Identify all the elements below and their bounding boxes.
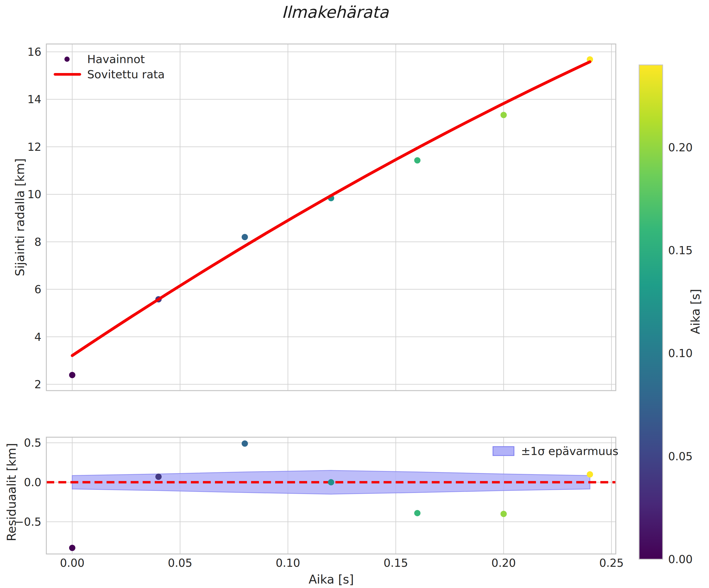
- residual-y-tick-label: −0.5: [15, 515, 42, 528]
- main-y-tick-label: 6: [34, 283, 42, 296]
- x-tick-label: 0.20: [492, 557, 516, 569]
- main-y-tick-label: 2: [34, 378, 42, 391]
- residual-data-point: [414, 510, 420, 516]
- fitted-trajectory-line: [72, 62, 590, 355]
- colorbar-tick-label: 0.20: [668, 141, 693, 154]
- legend-fit-label: Sovitettu rata: [87, 67, 165, 82]
- colorbar-tick-label: 0.00: [668, 553, 693, 566]
- colorbar-tick-label: 0.05: [668, 450, 693, 463]
- residual-data-point: [328, 479, 334, 485]
- legend-band-label: ±1σ epävarmuus: [521, 444, 619, 459]
- residual-data-point: [587, 471, 593, 478]
- residual-data-point: [155, 474, 161, 480]
- x-tick-label: 0.05: [168, 557, 192, 569]
- main-y-tick-label: 4: [34, 331, 42, 344]
- colorbar-tick-label: 0.10: [668, 347, 693, 360]
- x-tick-label: 0.10: [276, 557, 300, 569]
- legend-markers-layer: [55, 57, 514, 456]
- x-tick-label: 0.25: [599, 557, 624, 569]
- residual-data-point: [501, 511, 507, 517]
- legend-band-swatch: [493, 447, 514, 456]
- residual-data-point: [69, 545, 75, 551]
- colorbar-tick-label: 0.15: [668, 244, 693, 257]
- main-y-tick-label: 10: [27, 188, 42, 201]
- residual-y-axis-label: Residuaalit [km]: [4, 443, 19, 541]
- observation-data-point: [69, 372, 75, 378]
- x-tick-label: 0.00: [60, 557, 84, 569]
- observation-data-point: [242, 234, 248, 240]
- figure-canvas: 2468101214160.50.0−0.50.000.050.100.150.…: [0, 0, 709, 588]
- residual-y-tick-label: 0.5: [24, 436, 42, 449]
- main-y-tick-label: 12: [27, 140, 42, 154]
- colorbar-label: Aika [s]: [688, 289, 703, 334]
- data-layer: [46, 56, 663, 559]
- main-y-axis-label: Sijainti radalla [km]: [13, 158, 27, 276]
- observation-data-point: [501, 112, 507, 118]
- legend-observations-marker: [64, 57, 70, 62]
- chart-title: Ilmakehärata: [0, 3, 670, 22]
- legend-observations-label: Havainnot: [87, 52, 145, 67]
- main-y-tick-label: 16: [27, 46, 42, 58]
- x-axis-label: Aika [s]: [227, 572, 436, 586]
- residual-y-tick-label: 0.0: [24, 476, 42, 489]
- observation-data-point: [414, 157, 420, 164]
- axes-frame: [46, 44, 616, 391]
- x-tick-label: 0.15: [384, 557, 408, 569]
- residual-data-point: [242, 440, 248, 447]
- colorbar-gradient: [639, 65, 663, 559]
- main-y-tick-label: 8: [34, 236, 42, 248]
- main-y-tick-label: 14: [27, 93, 42, 106]
